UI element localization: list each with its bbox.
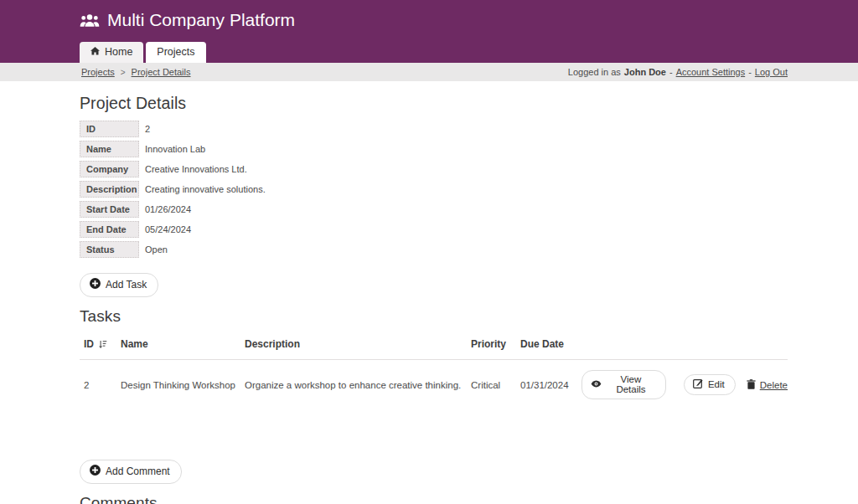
add-task-label: Add Task [106,279,147,291]
eye-icon [591,379,602,389]
tab-home[interactable]: Home [80,42,143,63]
detail-row-description: Description Creating innovative solution… [80,181,858,198]
breadcrumb-separator: > [121,68,126,77]
comments-heading: Comments [80,494,858,504]
detail-value: 05/24/2024 [145,224,191,234]
view-details-button[interactable]: View Details [581,370,666,399]
logged-in-as-text: Logged in as [568,67,621,77]
detail-label: Company [80,161,139,177]
task-due-date: 01/31/2024 [520,380,581,390]
session-info: Logged in as John Doe - Account Settings… [568,67,788,77]
detail-value: Open [145,244,168,255]
task-name: Design Thinking Workshop [121,380,245,390]
edit-icon [693,378,703,390]
account-settings-link[interactable]: Account Settings [676,67,746,77]
detail-label: End Date [80,221,139,238]
main-nav: Home Projects [80,42,206,63]
detail-label: Status [80,241,139,258]
detail-row-id: ID 2 [80,121,858,137]
tasks-table: ID Name Description Priority Due Date [80,326,788,411]
tab-projects[interactable]: Projects [146,42,205,63]
detail-row-end-date: End Date 05/24/2024 [80,221,858,238]
detail-value: 01/26/2024 [145,204,191,214]
edit-button[interactable]: Edit [684,374,736,395]
task-priority: Critical [471,380,520,390]
col-label: ID [84,338,94,350]
delete-link[interactable]: Delete [747,379,788,391]
tasks-table-header: ID Name Description Priority Due Date [80,326,788,360]
main-content: Project Details ID 2 Name Innovation Lab… [0,94,858,504]
tasks-col-due-date[interactable]: Due Date [520,338,581,350]
detail-row-start-date: Start Date 01/26/2024 [80,201,858,218]
breadcrumb-project-details-link[interactable]: Project Details [132,67,191,77]
detail-label: Start Date [80,201,139,218]
tasks-col-id[interactable]: ID [80,338,121,350]
task-actions: View Details Edit [581,370,788,399]
plus-circle-icon [90,278,101,291]
plus-circle-icon [90,465,101,478]
task-description: Organize a workshop to enhance creative … [245,380,471,390]
task-row: 2 Design Thinking Workshop Organize a wo… [80,360,788,411]
detail-value: Creating innovative solutions. [145,184,266,194]
task-id: 2 [80,380,121,390]
users-icon [80,13,100,28]
view-details-label: View Details [607,374,655,394]
detail-value: 2 [145,124,150,134]
edit-label: Edit [708,379,725,389]
project-details-table: ID 2 Name Innovation Lab Company Creativ… [80,121,858,258]
tasks-col-description[interactable]: Description [245,338,471,350]
breadcrumb-projects-link[interactable]: Projects [81,67,115,77]
user-name: John Doe [624,67,666,77]
home-icon [90,46,100,58]
session-separator: - [669,67,673,77]
app-title: Multi Company Platform [107,10,295,30]
detail-row-company: Company Creative Innovations Ltd. [80,161,858,177]
detail-value: Creative Innovations Ltd. [145,164,247,174]
sort-icon [98,340,107,349]
breadcrumb-bar: Projects > Project Details Logged in as … [0,63,858,81]
add-task-button[interactable]: Add Task [80,273,158,297]
add-comment-button[interactable]: Add Comment [80,460,182,484]
brand: Multi Company Platform [80,10,295,30]
detail-label: Description [80,181,139,198]
detail-row-status: Status Open [80,241,858,258]
page: Multi Company Platform Home Projects Pro… [0,0,858,504]
tasks-col-name[interactable]: Name [121,338,245,350]
tab-home-label: Home [105,46,132,58]
tasks-col-priority[interactable]: Priority [471,338,520,350]
delete-label: Delete [760,380,788,390]
add-comment-label: Add Comment [106,465,170,477]
tab-projects-label: Projects [157,46,194,58]
detail-row-name: Name Innovation Lab [80,141,858,157]
tasks-heading: Tasks [80,307,858,326]
detail-value: Innovation Lab [145,144,205,154]
breadcrumb: Projects > Project Details [81,67,191,77]
detail-label: ID [80,121,139,137]
project-details-heading: Project Details [80,94,858,113]
trash-icon [747,379,756,391]
log-out-link[interactable]: Log Out [755,67,788,77]
session-separator: - [748,67,752,77]
detail-label: Name [80,141,139,157]
app-header: Multi Company Platform Home Projects [0,0,858,63]
